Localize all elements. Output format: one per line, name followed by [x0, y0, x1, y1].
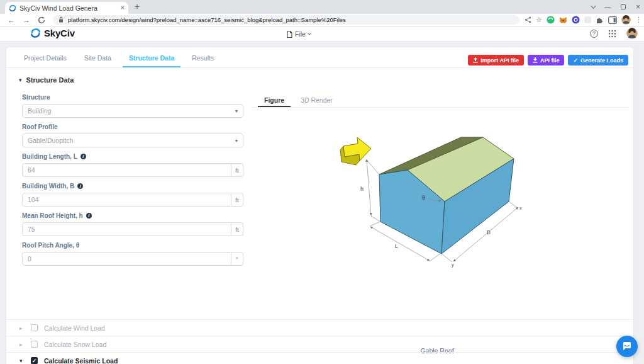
- gable-building: [379, 137, 514, 254]
- building-length-unit: ft: [231, 163, 243, 177]
- tab-results[interactable]: Results: [186, 49, 220, 67]
- browser-profile-avatar[interactable]: [621, 15, 631, 25]
- apps-grid-icon[interactable]: [608, 30, 616, 38]
- api-file-button[interactable]: API file: [528, 55, 565, 65]
- skyciv-logo-icon: [30, 28, 41, 38]
- extension-fox-icon[interactable]: [559, 16, 567, 24]
- chevron-down-icon: ▾: [235, 138, 238, 144]
- snow-load-checkbox[interactable]: [31, 341, 38, 348]
- browser-tab-strip: SkyCiv Wind Load Genera × + — ×: [0, 0, 644, 14]
- building-width-unit: ft: [231, 193, 243, 207]
- building-width-input[interactable]: [22, 193, 231, 207]
- skyciv-logo[interactable]: SkyCiv: [30, 28, 75, 38]
- info-icon[interactable]: i: [86, 213, 92, 219]
- structure-form: Structure Building ▾ Roof Profile Gable/…: [22, 94, 243, 271]
- tab-3d-render[interactable]: 3D Render: [294, 94, 339, 107]
- extensions-puzzle-icon[interactable]: [596, 16, 604, 24]
- axis-label-x: x: [519, 206, 522, 210]
- window-minimize-icon[interactable]: —: [604, 4, 611, 10]
- caret-down-icon[interactable]: ▾: [19, 358, 25, 364]
- chevron-down-icon: ▾: [235, 108, 238, 114]
- browser-menu-kebab-icon[interactable]: ⋮: [635, 16, 642, 24]
- mean-roof-height-unit: ft: [231, 222, 243, 236]
- dim-label-B: B: [487, 229, 491, 236]
- seismic-load-label: Calculate Seismic Load: [44, 357, 118, 364]
- lock-icon: [58, 16, 64, 23]
- file-menu-label: File: [295, 30, 306, 38]
- file-menu[interactable]: File: [287, 30, 311, 38]
- window-close-icon[interactable]: ×: [636, 3, 640, 11]
- calculate-snow-load-row[interactable]: ▸ Calculate Snow Load: [6, 336, 633, 352]
- roof-pitch-input[interactable]: [22, 252, 231, 266]
- wind-arrow-icon: [340, 137, 371, 165]
- user-avatar[interactable]: [626, 28, 638, 39]
- figure-tabs: Figure 3D Render: [252, 94, 629, 108]
- bookmark-star-icon[interactable]: ☆: [536, 16, 542, 24]
- forward-icon[interactable]: →: [23, 16, 30, 25]
- file-icon: [287, 31, 292, 38]
- roof-profile-label: Roof Profile: [22, 123, 243, 130]
- back-icon[interactable]: ←: [8, 16, 15, 25]
- browser-tab-title: SkyCiv Wind Load Genera: [19, 4, 118, 12]
- tab-figure[interactable]: Figure: [258, 94, 291, 107]
- side-panel-icon[interactable]: [608, 16, 617, 24]
- wind-load-label: Calculate Wind Load: [44, 324, 105, 332]
- brand-name: SkyCiv: [44, 28, 75, 38]
- calculate-seismic-load-row[interactable]: ▾ ✓ Calculate Seismic Load: [6, 352, 633, 364]
- download-icon: [533, 57, 538, 63]
- structure-select[interactable]: Building ▾: [22, 104, 243, 118]
- roof-profile-select[interactable]: Gable/Duopitch ▾: [22, 134, 243, 147]
- tab-close-icon[interactable]: ×: [121, 4, 125, 11]
- roof-pitch-label: Roof Pitch Angle, θ: [22, 242, 243, 249]
- caret-right-icon[interactable]: ▸: [19, 341, 25, 348]
- page-background: Project Details Site Data Structure Data…: [0, 42, 644, 364]
- extension-green-icon[interactable]: [547, 16, 555, 24]
- browser-toolbar-icons: ☆: [525, 15, 642, 25]
- url-text: platform.skyciv.com/design/wind?preload_…: [68, 16, 346, 23]
- tab-structure-data[interactable]: Structure Data: [123, 49, 180, 67]
- skyciv-favicon: [9, 4, 16, 12]
- tab-site-data[interactable]: Site Data: [78, 49, 118, 67]
- upload-icon: [473, 57, 478, 63]
- info-icon[interactable]: i: [80, 154, 86, 159]
- building-length-label: Building Length, L i: [22, 153, 243, 160]
- extension-clock-icon[interactable]: [572, 16, 580, 24]
- caret-right-icon[interactable]: ▸: [19, 325, 25, 331]
- mean-roof-height-label: Mean Roof Height, h i: [22, 212, 243, 219]
- seismic-load-checkbox[interactable]: ✓: [31, 357, 38, 364]
- action-buttons: Import API file API file ✓ Generate Load…: [468, 55, 628, 65]
- section-title: Structure Data: [26, 76, 74, 84]
- structure-label: Structure: [22, 94, 243, 101]
- check-icon: ✓: [573, 57, 578, 64]
- reload-icon[interactable]: [38, 16, 45, 24]
- help-icon[interactable]: ?: [590, 30, 598, 38]
- url-bar[interactable]: platform.skyciv.com/design/wind?preload_…: [53, 15, 519, 25]
- structure-data-section-header[interactable]: ▾ Structure Data: [19, 76, 74, 84]
- extension-disabled-icon[interactable]: [584, 16, 591, 23]
- tab-project-details[interactable]: Project Details: [18, 49, 73, 67]
- snow-load-label: Calculate Snow Load: [44, 341, 106, 348]
- new-tab-button[interactable]: +: [135, 1, 140, 11]
- dim-label-theta: θ: [422, 195, 425, 201]
- app-header: SkyCiv File ?: [0, 26, 644, 42]
- generate-loads-button[interactable]: ✓ Generate Loads: [568, 55, 628, 65]
- calculate-wind-load-row[interactable]: ▸ Calculate Wind Load: [6, 319, 633, 336]
- chat-widget-button[interactable]: [616, 336, 638, 357]
- dim-label-h: h: [360, 186, 364, 192]
- building-width-label: Building Width, B i: [22, 183, 243, 190]
- gable-roof-figure: h L B θ x y: [252, 113, 623, 302]
- roof-pitch-unit: °: [231, 252, 243, 266]
- building-length-input[interactable]: [22, 163, 231, 177]
- window-menu-chevron-icon[interactable]: [591, 3, 596, 8]
- window-restore-icon[interactable]: [621, 4, 626, 9]
- import-api-file-button[interactable]: Import API file: [468, 55, 524, 65]
- screen: SkyCiv Wind Load Genera × + — × ← → plat…: [0, 0, 644, 364]
- wind-load-checkbox[interactable]: [31, 324, 38, 331]
- share-icon[interactable]: [525, 16, 531, 23]
- info-icon[interactable]: i: [77, 183, 83, 189]
- mean-roof-height-input[interactable]: [22, 222, 231, 236]
- browser-tab[interactable]: SkyCiv Wind Load Genera ×: [5, 2, 128, 14]
- figure-panel: Figure 3D Render: [252, 94, 629, 108]
- chat-icon: [622, 341, 632, 351]
- browser-address-bar: ← → platform.skyciv.com/design/wind?prel…: [0, 14, 644, 26]
